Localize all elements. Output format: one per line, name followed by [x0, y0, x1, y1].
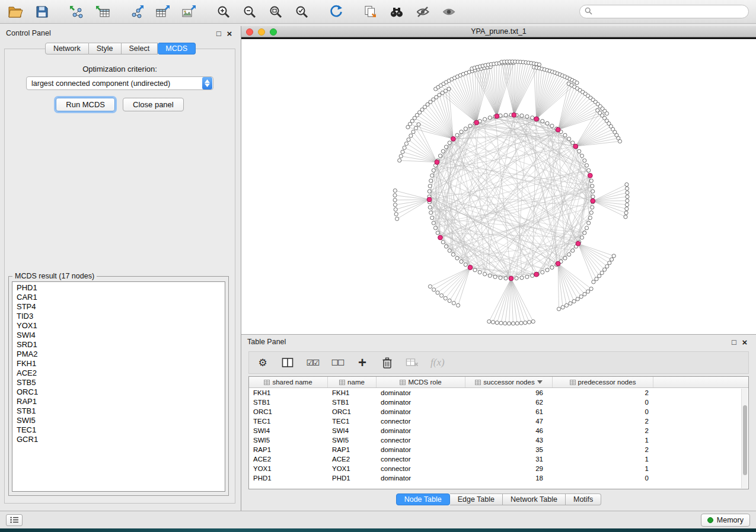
table-cell[interactable]: 96	[465, 388, 553, 398]
table-cell[interactable]: TEC1	[249, 416, 328, 426]
table-cell[interactable]: TEC1	[328, 416, 377, 426]
find-binoculars-icon[interactable]	[388, 3, 406, 21]
tab-style[interactable]: Style	[89, 43, 122, 55]
table-cell[interactable]: RAP1	[249, 445, 328, 454]
table-cell[interactable]: RAP1	[328, 445, 377, 454]
list-item[interactable]: ORC1	[17, 387, 225, 397]
table-row[interactable]: SWI5SWI5connector431	[249, 435, 748, 445]
table-row[interactable]: SWI4SWI4dominator462	[249, 426, 748, 435]
column-header-predecessor-nodes[interactable]: predecessor nodes	[553, 377, 653, 387]
close-table-panel-icon[interactable]: ×	[739, 337, 750, 347]
table-row[interactable]: STB1STB1dominator620	[249, 398, 748, 407]
column-header-shared-name[interactable]: shared name	[249, 377, 328, 387]
table-row[interactable]: ACE2ACE2connector311	[249, 454, 748, 464]
table-cell[interactable]: 47	[465, 416, 553, 426]
table-cell[interactable]: connector	[377, 454, 465, 464]
table-cell[interactable]: 2	[553, 416, 653, 426]
list-item[interactable]: TID3	[17, 312, 225, 321]
hide-elements-icon[interactable]	[414, 3, 432, 21]
table-cell[interactable]: ORC1	[249, 407, 328, 416]
column-header-mcds-role[interactable]: MCDS role	[377, 377, 465, 387]
table-cell[interactable]: 1	[553, 435, 653, 445]
list-item[interactable]: SWI5	[17, 416, 225, 425]
table-row[interactable]: ORC1ORC1dominator610	[249, 407, 748, 416]
table-cell[interactable]: 0	[553, 473, 653, 483]
table-cell[interactable]: dominator	[377, 388, 465, 398]
apply-layout-icon[interactable]	[327, 3, 345, 21]
table-cell[interactable]: STB1	[249, 398, 328, 407]
table-cell[interactable]: dominator	[377, 426, 465, 435]
table-cell[interactable]: dominator	[377, 445, 465, 454]
table-cell[interactable]: 31	[465, 454, 553, 464]
tab-edge-table[interactable]: Edge Table	[450, 493, 503, 505]
table-cell[interactable]: STB1	[328, 398, 377, 407]
search-field[interactable]	[579, 5, 749, 18]
table-cell[interactable]: PHD1	[249, 473, 328, 483]
table-cell[interactable]: SWI5	[328, 435, 377, 445]
table-cell[interactable]: 0	[553, 407, 653, 416]
tab-network-table[interactable]: Network Table	[503, 493, 566, 505]
table-cell[interactable]: 18	[465, 473, 553, 483]
deselect-all-rows-icon[interactable]: ☐☐	[331, 355, 344, 370]
save-icon[interactable]	[33, 3, 51, 21]
table-cell[interactable]: 0	[553, 398, 653, 407]
table-cell[interactable]: 35	[465, 445, 553, 454]
table-cell[interactable]: SWI4	[328, 426, 377, 435]
column-header-successor-nodes[interactable]: successor nodes	[465, 377, 553, 387]
list-item[interactable]: CAR1	[17, 293, 225, 302]
optimization-criterion-select[interactable]: largest connected component (undirected)	[26, 76, 213, 90]
table-cell[interactable]: 2	[553, 445, 653, 454]
import-network-icon[interactable]	[68, 3, 85, 21]
table-cell[interactable]: connector	[377, 416, 465, 426]
zoom-in-icon[interactable]	[215, 3, 232, 21]
table-cell[interactable]: connector	[377, 435, 465, 445]
zoom-out-icon[interactable]	[241, 3, 259, 21]
add-column-icon[interactable]: +	[356, 355, 369, 370]
float-table-panel-icon[interactable]: □	[729, 338, 739, 347]
tab-select[interactable]: Select	[122, 43, 158, 55]
table-cell[interactable]: dominator	[377, 473, 465, 483]
list-item[interactable]: ACE2	[17, 368, 225, 378]
delete-column-trash-icon[interactable]	[381, 355, 394, 370]
list-item[interactable]: SWI4	[17, 331, 225, 340]
table-cell[interactable]: 29	[465, 464, 553, 473]
list-item[interactable]: TEC1	[17, 425, 225, 435]
close-panel-icon[interactable]: ×	[224, 28, 235, 39]
scrollbar-thumb[interactable]	[743, 405, 747, 475]
show-columns-icon[interactable]	[281, 355, 294, 370]
tab-mcds[interactable]: MCDS	[158, 43, 196, 55]
list-item[interactable]: STB5	[17, 378, 225, 387]
table-cell[interactable]: connector	[377, 464, 465, 473]
table-cell[interactable]: ACE2	[328, 454, 377, 464]
open-file-icon[interactable]	[7, 3, 25, 21]
table-cell[interactable]: dominator	[377, 407, 465, 416]
tab-node-table[interactable]: Node Table	[396, 493, 450, 505]
zoom-selected-icon[interactable]	[293, 3, 311, 21]
table-cell[interactable]: FKH1	[249, 388, 328, 398]
show-elements-icon[interactable]	[440, 3, 458, 21]
table-row[interactable]: TEC1TEC1connector472	[249, 416, 748, 426]
select-all-rows-icon[interactable]: ☑☑	[306, 355, 319, 370]
table-row[interactable]: PHD1PHD1dominator180	[249, 473, 748, 483]
table-cell[interactable]: ACE2	[249, 454, 328, 464]
list-item[interactable]: STB1	[17, 406, 225, 416]
table-cell[interactable]: 62	[465, 398, 553, 407]
close-panel-button[interactable]: Close panel	[123, 98, 184, 111]
task-history-button[interactable]	[6, 514, 23, 526]
table-cell[interactable]: 61	[465, 407, 553, 416]
export-network-icon[interactable]	[128, 3, 146, 21]
export-image-icon[interactable]	[180, 3, 198, 21]
table-cell[interactable]: FKH1	[328, 388, 377, 398]
list-item[interactable]: YOX1	[17, 321, 225, 331]
list-item[interactable]: STP4	[17, 302, 225, 312]
table-cell[interactable]: dominator	[377, 398, 465, 407]
float-panel-icon[interactable]: □	[213, 29, 224, 38]
table-cell[interactable]: 43	[465, 435, 553, 445]
tab-network[interactable]: Network	[45, 43, 89, 55]
table-cell[interactable]: SWI5	[249, 435, 328, 445]
table-cell[interactable]: SWI4	[249, 426, 328, 435]
table-scrollbar[interactable]	[741, 389, 748, 488]
list-item[interactable]: PMA2	[17, 350, 225, 359]
tab-motifs[interactable]: Motifs	[566, 493, 601, 505]
table-cell[interactable]: YOX1	[249, 464, 328, 473]
